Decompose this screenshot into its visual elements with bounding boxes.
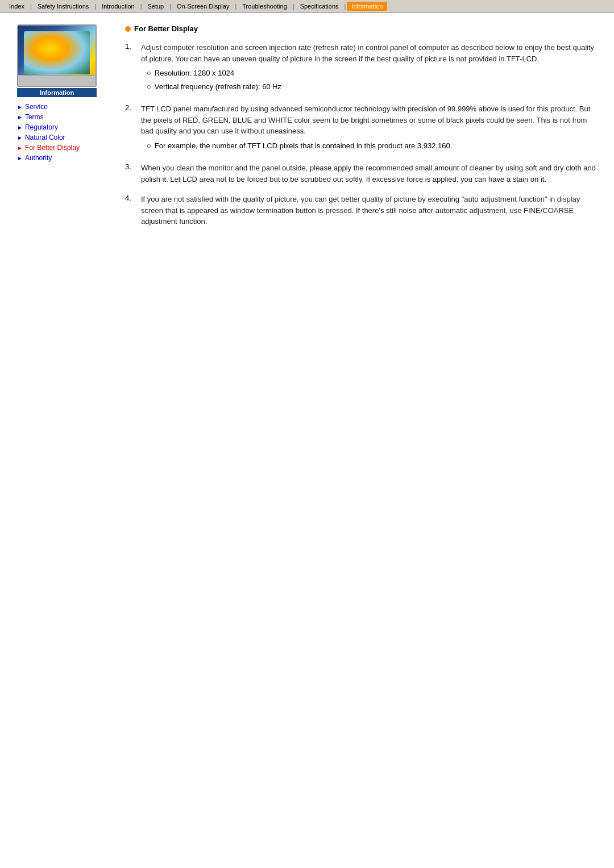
list-number-4: 4. bbox=[125, 194, 136, 202]
page-title: For Better Display bbox=[125, 24, 597, 33]
arrow-icon-terms: ► bbox=[17, 114, 23, 120]
content-area: For Better Display 1. Adjust computer re… bbox=[119, 24, 597, 236]
sub-bullet-1-1: ○ bbox=[147, 68, 151, 79]
sub-bullet-1-2: ○ bbox=[147, 81, 151, 93]
nav-sep-4: | bbox=[168, 3, 172, 10]
list-number-3: 3. bbox=[125, 162, 136, 171]
list-text-1: Adjust computer resolution and screen in… bbox=[141, 43, 594, 63]
nav-safety[interactable]: Safety Instructions bbox=[33, 2, 94, 11]
list-item-4: 4. If you are not satisfied with the qua… bbox=[125, 194, 597, 227]
nav-info[interactable]: Information bbox=[347, 2, 387, 11]
sub-list-2: ○ For example, the number of TFT LCD pix… bbox=[147, 140, 597, 152]
arrow-icon-forbetterdisplay: ► bbox=[17, 145, 23, 151]
list-text-2: TFT LCD panel manufactured by using adva… bbox=[141, 105, 590, 135]
sub-text-2-1: For example, the number of TFT LCD pixel… bbox=[155, 140, 452, 152]
list-item-1-body: Adjust computer resolution and screen in… bbox=[141, 42, 597, 94]
arrow-icon-authority: ► bbox=[17, 155, 23, 161]
sub-text-1-1: Resolution: 1280 x 1024 bbox=[155, 68, 234, 79]
arrow-icon-regulatory: ► bbox=[17, 124, 23, 131]
main-container: Information ► Service ► Terms ► Regulato… bbox=[0, 13, 614, 248]
content-list: 1. Adjust computer resolution and screen… bbox=[125, 42, 597, 227]
sidebar-label-naturalcolor: Natural Color bbox=[25, 133, 65, 141]
list-item-1: 1. Adjust computer resolution and screen… bbox=[125, 42, 597, 94]
sub-list-1-item-2: ○ Vertical frequency (refresh rate): 60 … bbox=[147, 81, 597, 93]
sidebar-item-terms[interactable]: ► Terms bbox=[17, 112, 108, 122]
sub-list-2-item-1: ○ For example, the number of TFT LCD pix… bbox=[147, 140, 597, 152]
nav-setup[interactable]: Setup bbox=[143, 2, 168, 11]
nav-index[interactable]: Index bbox=[5, 2, 29, 11]
title-text: For Better Display bbox=[134, 24, 198, 33]
nav-bar: Index | Safety Instructions | Introducti… bbox=[0, 0, 614, 13]
nav-sep-6: | bbox=[292, 3, 296, 10]
title-bullet bbox=[125, 26, 131, 32]
sidebar-item-naturalcolor[interactable]: ► Natural Color bbox=[17, 132, 108, 143]
list-item-3: 3. When you clean the monitor and the pa… bbox=[125, 162, 597, 185]
nav-sep-1: | bbox=[29, 3, 33, 10]
sidebar-nav: ► Service ► Terms ► Regulatory ► Natural… bbox=[17, 102, 108, 163]
list-number-1: 1. bbox=[125, 42, 136, 51]
nav-sep-7: | bbox=[343, 3, 347, 10]
nav-sep-3: | bbox=[139, 3, 143, 10]
nav-troubleshoot[interactable]: Troubleshooting bbox=[238, 2, 291, 11]
sidebar-label-regulatory: Regulatory bbox=[25, 123, 58, 131]
sidebar-item-forbetterdisplay[interactable]: ► For Better Display bbox=[17, 143, 108, 153]
sidebar-label-authority: Authority bbox=[25, 154, 52, 162]
list-text-4: If you are not satisfied with the qualit… bbox=[141, 194, 597, 227]
nav-specs[interactable]: Specifications bbox=[296, 2, 343, 11]
list-number-2: 2. bbox=[125, 103, 136, 112]
nav-sep-5: | bbox=[234, 3, 238, 10]
sub-bullet-2-1: ○ bbox=[147, 140, 151, 152]
sub-list-1-item-1: ○ Resolution: 1280 x 1024 bbox=[147, 68, 597, 79]
sub-list-1: ○ Resolution: 1280 x 1024 ○ Vertical fre… bbox=[147, 68, 597, 92]
arrow-icon-service: ► bbox=[17, 104, 23, 110]
sidebar: Information ► Service ► Terms ► Regulato… bbox=[17, 24, 108, 236]
list-item-2: 2. TFT LCD panel manufactured by using a… bbox=[125, 103, 597, 153]
arrow-icon-naturalcolor: ► bbox=[17, 135, 23, 141]
list-text-3: When you clean the monitor and the panel… bbox=[141, 162, 597, 185]
nav-sep-2: | bbox=[93, 3, 97, 10]
sidebar-label-terms: Terms bbox=[25, 113, 44, 121]
nav-osd[interactable]: On-Screen Display bbox=[172, 2, 234, 11]
sidebar-label-forbetterdisplay: For Better Display bbox=[25, 144, 80, 152]
monitor-label: Information bbox=[17, 88, 97, 97]
monitor-image bbox=[17, 24, 97, 87]
sub-text-1-2: Vertical frequency (refresh rate): 60 Hz bbox=[155, 81, 281, 93]
list-item-2-body: TFT LCD panel manufactured by using adva… bbox=[141, 103, 597, 153]
sidebar-item-regulatory[interactable]: ► Regulatory bbox=[17, 122, 108, 132]
sidebar-item-authority[interactable]: ► Authority bbox=[17, 153, 108, 163]
sidebar-label-service: Service bbox=[25, 103, 48, 111]
sidebar-item-service[interactable]: ► Service bbox=[17, 102, 108, 112]
nav-intro[interactable]: Introduction bbox=[97, 2, 139, 11]
